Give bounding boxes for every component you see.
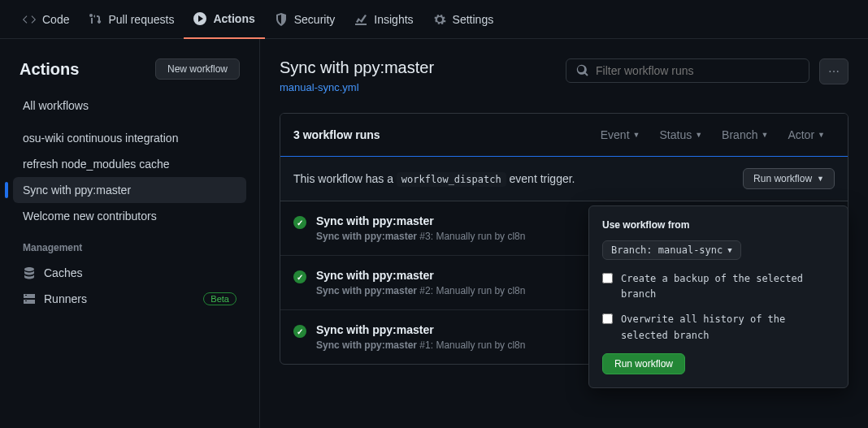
tab-label: Code (42, 13, 69, 26)
chevron-down-icon: ▼ (818, 131, 825, 139)
success-icon (293, 216, 306, 229)
chevron-down-icon: ▼ (817, 175, 824, 183)
sidebar-mgmt-label: Management (13, 229, 246, 260)
filter-runs-input[interactable] (596, 64, 799, 77)
run-sub-prefix: Sync with ppy:master (316, 285, 417, 296)
pull-request-icon (89, 13, 102, 26)
filter-runs-search[interactable] (566, 58, 809, 83)
sidebar-workflow-item[interactable]: Welcome new contributors (13, 203, 246, 229)
backup-checkbox[interactable] (602, 273, 613, 283)
dispatch-banner: This workflow has a workflow_dispatch ev… (280, 156, 848, 201)
run-workflow-dropdown-button[interactable]: Run workflow ▼ (743, 168, 835, 189)
repo-topnav: Code Pull requests Actions Security Insi… (0, 0, 868, 39)
overwrite-checkbox[interactable] (602, 313, 613, 324)
popover-title: Use workflow from (602, 219, 835, 231)
tab-insights[interactable]: Insights (345, 0, 423, 39)
filter-event[interactable]: Event▼ (591, 125, 650, 145)
server-icon (23, 292, 36, 305)
chevron-down-icon: ▼ (633, 131, 640, 139)
new-workflow-button[interactable]: New workflow (155, 58, 240, 80)
dispatch-text-prefix: This workflow has a (293, 172, 397, 185)
chevron-down-icon: ▼ (695, 131, 702, 139)
success-icon (293, 325, 306, 338)
run-workflow-popover: Use workflow from Branch: manual-sync ▼ … (588, 205, 848, 388)
tab-label: Settings (453, 13, 494, 26)
shield-icon (275, 13, 288, 26)
run-workflow-button[interactable]: Run workflow (602, 353, 685, 374)
tab-pulls[interactable]: Pull requests (79, 0, 184, 39)
sidebar-workflow-item[interactable]: refresh node_modules cache (13, 151, 246, 177)
graph-icon (354, 13, 367, 26)
tab-label: Security (294, 13, 336, 26)
play-icon (193, 12, 206, 25)
branch-select[interactable]: Branch: manual-sync ▼ (602, 240, 741, 260)
chevron-down-icon: ▼ (761, 131, 768, 139)
tab-label: Actions (213, 12, 254, 25)
tab-code[interactable]: Code (13, 0, 79, 39)
tab-label: Insights (374, 13, 413, 26)
backup-label: Create a backup of the selected branch (621, 271, 835, 302)
kebab-menu-button[interactable]: ⋯ (819, 58, 848, 84)
workflow-file-link[interactable]: manual-sync.yml (280, 81, 359, 93)
run-sub-rest: #3: Manually run by cl8n (417, 231, 525, 242)
page-title: Sync with ppy:master (280, 58, 556, 77)
tab-label: Pull requests (108, 13, 174, 26)
filter-status[interactable]: Status▼ (649, 125, 712, 145)
sidebar-title: Actions (20, 60, 79, 79)
kebab-icon: ⋯ (828, 65, 840, 78)
run-sub-prefix: Sync with ppy:master (316, 339, 417, 351)
filter-actor[interactable]: Actor▼ (778, 125, 835, 145)
run-sub-rest: #1: Manually run by cl8n (417, 339, 525, 351)
sidebar-workflow-item-selected[interactable]: Sync with ppy:master (13, 177, 246, 203)
runs-count: 3 workflow runs (293, 128, 591, 141)
sidebar-caches[interactable]: Caches (13, 260, 246, 286)
main: Sync with ppy:master manual-sync.yml ⋯ 3… (260, 39, 868, 428)
success-icon (293, 270, 306, 283)
sidebar-caches-label: Caches (44, 266, 82, 279)
sidebar-workflow-item[interactable]: osu-wiki continuous integration (13, 125, 246, 151)
code-icon (23, 13, 36, 26)
tab-settings[interactable]: Settings (423, 0, 504, 39)
database-icon (23, 266, 36, 279)
dispatch-text-suffix: event trigger. (506, 172, 575, 185)
filter-branch[interactable]: Branch▼ (712, 125, 778, 145)
sidebar: Actions New workflow All workflows osu-w… (0, 39, 260, 428)
tab-actions[interactable]: Actions (184, 0, 264, 39)
sidebar-all-workflows[interactable]: All workflows (13, 93, 246, 119)
dispatch-code: workflow_dispatch (397, 172, 506, 187)
beta-badge: Beta (203, 292, 237, 305)
sidebar-runners-label: Runners (44, 292, 87, 305)
search-icon (576, 64, 589, 77)
gear-icon (433, 13, 446, 26)
sidebar-runners[interactable]: Runners Beta (13, 286, 246, 312)
overwrite-label: Overwrite all history of the selected br… (621, 312, 835, 343)
run-sub-prefix: Sync with ppy:master (316, 231, 417, 242)
tab-security[interactable]: Security (265, 0, 345, 39)
chevron-down-icon: ▼ (727, 246, 731, 254)
run-sub-rest: #2: Manually run by cl8n (417, 285, 525, 296)
